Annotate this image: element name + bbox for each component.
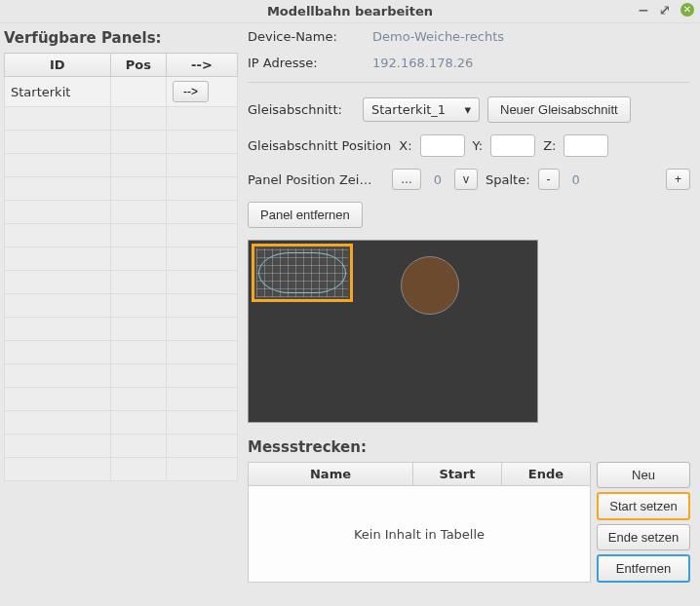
col-pos[interactable]: Pos <box>110 54 166 77</box>
track-section-select[interactable]: Starterkit_1 ▾ <box>363 97 480 122</box>
col-arrow[interactable]: --> <box>166 54 237 77</box>
cell-arrow: --> <box>166 77 237 107</box>
col-value: 0 <box>567 172 585 187</box>
turnout-circle[interactable] <box>401 256 459 315</box>
device-name-label: Device-Name: <box>248 29 365 44</box>
row-v-button[interactable]: v <box>454 169 478 190</box>
cell-pos <box>110 77 166 107</box>
table-row <box>5 318 238 341</box>
row-dots-button[interactable]: … <box>392 169 421 190</box>
meas-start-button[interactable]: Start setzen <box>597 492 690 520</box>
separator <box>248 82 690 83</box>
table-row <box>5 107 238 131</box>
table-row <box>5 224 238 247</box>
meas-end-button[interactable]: Ende setzen <box>597 524 690 550</box>
table-row <box>5 458 238 481</box>
table-row <box>5 177 238 201</box>
panel-thumbnail[interactable] <box>252 244 353 302</box>
table-row <box>5 247 238 271</box>
col-id[interactable]: ID <box>5 54 111 77</box>
meas-col-name[interactable]: Name <box>249 463 413 485</box>
available-panels-heading: Verfügbare Panels: <box>4 29 238 47</box>
remove-panel-button[interactable]: Panel entfernen <box>248 202 363 228</box>
panels-table: ID Pos --> Starterkit --> <box>4 53 238 481</box>
left-panel: Verfügbare Panels: ID Pos --> Starterkit… <box>0 23 242 606</box>
table-row <box>5 435 238 458</box>
x-label: X: <box>399 138 411 153</box>
y-label: Y: <box>473 138 484 153</box>
ip-value: 192.168.178.26 <box>372 56 473 70</box>
table-row <box>5 364 238 388</box>
table-row <box>5 154 238 177</box>
track-section-label: Gleisabschnitt: <box>248 102 355 117</box>
window-title: Modellbahn bearbeiten <box>267 4 433 19</box>
z-label: Z: <box>543 138 556 153</box>
x-input[interactable] <box>420 134 465 157</box>
col-minus-button[interactable]: - <box>538 169 560 190</box>
meas-table: Name Start Ende Kein Inhalt in Tabelle <box>248 462 591 583</box>
assign-panel-button[interactable]: --> <box>173 81 209 102</box>
table-row <box>5 131 238 154</box>
right-panel: Device-Name: Demo-Weiche-rechts IP Adres… <box>242 23 700 606</box>
new-track-section-button[interactable]: Neuer Gleisabschnitt <box>487 96 631 123</box>
device-name-value: Demo-Weiche-rechts <box>372 29 504 44</box>
cell-id: Starterkit <box>5 77 111 107</box>
table-row <box>5 411 238 435</box>
table-row <box>5 271 238 294</box>
ip-label: IP Adresse: <box>248 56 365 70</box>
meas-new-button[interactable]: Neu <box>597 462 690 488</box>
table-row <box>5 294 238 318</box>
maximize-icon[interactable]: ⤢ <box>659 2 671 18</box>
titlebar: Modellbahn bearbeiten − ⤢ ✕ <box>0 0 700 23</box>
meas-col-start[interactable]: Start <box>413 463 502 485</box>
track-section-value: Starterkit_1 <box>371 102 446 117</box>
track-pos-label: Gleisabschnitt Position <box>248 138 391 153</box>
y-input[interactable] <box>490 134 535 157</box>
meas-empty-text: Kein Inhalt in Tabelle <box>249 486 590 582</box>
meas-col-end[interactable]: Ende <box>502 463 590 485</box>
row-value: 0 <box>429 172 447 187</box>
col-label: Spalte: <box>486 172 530 187</box>
close-icon[interactable]: ✕ <box>681 3 694 17</box>
panel-pos-label: Panel Position Zei… <box>248 172 384 187</box>
col-plus-button[interactable]: + <box>666 169 690 190</box>
table-row <box>5 341 238 364</box>
table-row <box>5 388 238 411</box>
table-row[interactable]: Starterkit --> <box>5 77 238 107</box>
chevron-down-icon: ▾ <box>464 102 471 117</box>
table-row <box>5 201 238 224</box>
minimize-icon[interactable]: − <box>638 2 649 18</box>
layout-preview[interactable] <box>248 240 538 423</box>
z-input[interactable] <box>564 134 608 157</box>
meas-remove-button[interactable]: Entfernen <box>597 554 690 583</box>
meas-heading: Messstrecken: <box>248 438 690 456</box>
